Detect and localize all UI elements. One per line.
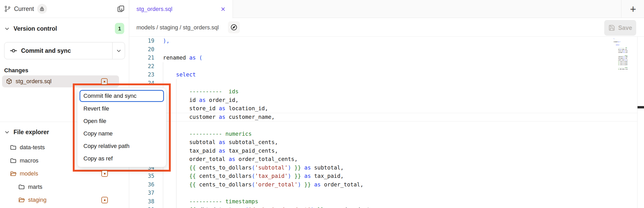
- modified-indicator-icon[interactable]: [101, 197, 108, 203]
- code-line: ---------- ids: [163, 87, 605, 96]
- changes-section-label: Changes: [4, 67, 28, 74]
- code-token: [163, 198, 189, 205]
- breadcrumb-bar: models / staging / stg_orders.sql Save: [129, 18, 644, 37]
- code-token: renamed: [163, 55, 189, 61]
- sidebar-item-staging[interactable]: staging: [0, 193, 129, 206]
- folder-name: models: [20, 170, 38, 177]
- context-menu-item-copy-relative-path[interactable]: Copy relative path: [77, 140, 166, 152]
- git-branch-icon: [4, 5, 11, 12]
- close-icon[interactable]: ×: [221, 5, 225, 13]
- minimap[interactable]: ), renamed as ( select ---------- ids id…: [607, 38, 628, 116]
- code-line: {{ cents_to_dollars('order_total') }} as…: [163, 180, 605, 189]
- code-token: location_id,: [625, 50, 628, 51]
- line-number: 36: [129, 180, 154, 189]
- code-token: 'order_total': [255, 181, 298, 188]
- code-line: {{ dbt.date_trunc('day', 'ordered_at') }…: [613, 68, 628, 70]
- save-button[interactable]: Save: [604, 20, 636, 36]
- sidebar-item-marts[interactable]: marts: [0, 180, 129, 193]
- code-token: order_total_cents,: [626, 60, 628, 61]
- code-token: {{: [189, 173, 196, 179]
- code-token: ---------- timestamps: [189, 198, 258, 205]
- context-menu-item-revert-file[interactable]: Revert file: [77, 102, 166, 115]
- line-number: 38: [129, 197, 154, 206]
- tab-stg-orders[interactable]: stg_orders.sql ×: [129, 0, 233, 18]
- context-menu-item-copy-as-ref[interactable]: Copy as ref: [77, 152, 166, 165]
- code-content[interactable]: ), renamed as ( select ---------- ids id…: [163, 37, 605, 208]
- code-token: [163, 165, 189, 171]
- modified-indicator-icon[interactable]: [101, 170, 108, 177]
- code-token: tax_paid,: [311, 173, 344, 179]
- code-token: (: [252, 181, 255, 188]
- code-token: as: [314, 181, 321, 188]
- code-line: customer as customer_name,: [613, 52, 628, 53]
- code-token: [301, 165, 304, 171]
- code-token: order_total: [163, 156, 229, 162]
- code-token: [324, 207, 327, 208]
- file-explorer-label: File explorer: [14, 129, 49, 136]
- lineage-button[interactable]: [228, 21, 240, 33]
- code-token: as: [219, 139, 225, 145]
- code-token: 'day': [248, 207, 265, 208]
- code-token: subtotal: [163, 139, 219, 145]
- code-token: }}: [304, 181, 311, 188]
- changed-file-name: stg_orders.sql: [16, 78, 51, 85]
- save-icon: [608, 24, 615, 31]
- code-token: }}: [317, 207, 324, 208]
- code-token: {{: [189, 207, 196, 208]
- code-token: ---------- ids: [618, 47, 627, 48]
- divider: [621, 0, 621, 18]
- code-token: as: [229, 156, 235, 162]
- code-token: [613, 64, 618, 65]
- chevron-down-icon: [4, 26, 10, 31]
- code-line: ---------- numerics: [163, 130, 605, 138]
- code-token: as: [304, 165, 311, 171]
- code-token: [163, 181, 189, 188]
- code-line: [163, 62, 605, 71]
- code-token: ): [288, 173, 291, 179]
- code-token: subtotal,: [311, 165, 344, 171]
- code-token: order_id,: [621, 49, 627, 50]
- code-token: ---------- numerics: [189, 131, 252, 137]
- code-token: as: [219, 148, 225, 154]
- context-menu-item-copy-name[interactable]: Copy name: [77, 127, 166, 140]
- code-token: customer_name,: [625, 52, 628, 53]
- code-line: renamed as (: [163, 54, 605, 62]
- commit-icon: [10, 47, 17, 55]
- code-token: [314, 207, 318, 208]
- scrollbar-thumb[interactable]: [638, 106, 644, 108]
- code-token: {{: [189, 165, 196, 171]
- context-menu-item-open-file[interactable]: Open file: [77, 115, 166, 127]
- tab-strip: stg_orders.sql × +: [129, 0, 644, 18]
- new-tab-button[interactable]: +: [627, 3, 639, 15]
- context-menu: Commit file and syncRevert fileOpen file…: [77, 88, 166, 167]
- code-token: subtotal: [613, 56, 623, 57]
- code-line: {{ cents_to_dollars('tax_paid') }} as ta…: [163, 172, 605, 180]
- code-editor[interactable]: 1920212223242526272829303132333435363738…: [129, 37, 644, 208]
- code-line: order_total as order_total_cents,: [163, 155, 605, 164]
- copy-icon[interactable]: [117, 5, 125, 13]
- code-token: id: [163, 97, 199, 103]
- save-label: Save: [618, 24, 632, 31]
- modified-indicator-icon[interactable]: [101, 78, 108, 85]
- code-token: cents_to_dollars: [619, 61, 628, 62]
- commit-and-sync-button[interactable]: Commit and sync: [4, 42, 125, 59]
- chevron-down-icon: [116, 48, 122, 54]
- version-control-header[interactable]: Version control: [0, 23, 129, 34]
- line-number: 39: [129, 206, 154, 208]
- folder-name: data-tests: [20, 144, 45, 151]
- code-token: }}: [294, 165, 301, 171]
- context-menu-item-commit-file-and-sync[interactable]: Commit file and sync: [80, 90, 164, 102]
- code-line: customer as customer_name,: [163, 113, 605, 121]
- code-token: subtotal_cents,: [225, 139, 278, 145]
- code-token: [291, 165, 294, 171]
- code-token: store_id: [163, 105, 219, 112]
- code-token: select: [176, 72, 196, 78]
- commit-options-dropdown[interactable]: [112, 42, 125, 59]
- branch-header: Current: [0, 0, 129, 18]
- code-token: id: [613, 49, 620, 50]
- code-token: order_total: [613, 60, 625, 61]
- code-token: store_id: [613, 50, 623, 51]
- code-token: 'tax_paid': [255, 173, 288, 179]
- code-token: as: [327, 207, 334, 208]
- sidebar-item-models[interactable]: models: [0, 167, 129, 180]
